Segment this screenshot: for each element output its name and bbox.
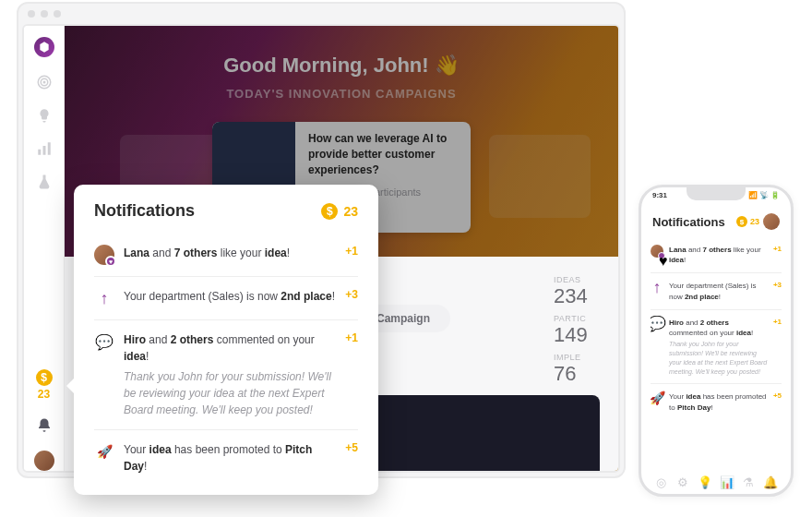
notification-item[interactable]: 🚀Your idea has been promoted to Pitch Da… [651,384,782,419]
phone-avatar[interactable] [763,213,780,230]
points-value: 23 [38,388,50,401]
tab-flask-icon[interactable]: ⚗ [742,475,755,488]
stat-label: IDEAS [554,275,618,284]
phone-tab-bar: ◎ ⚙ 💡 📊 ⚗ 🔔 [641,475,791,488]
chat-icon: 💬 [651,318,663,331]
notification-points: +3 [773,281,782,289]
popup-points: $ 23 [321,203,358,220]
phone-mockup: 9:31 📶 📡 🔋 Notifications $ 23 ♥Lana and … [639,185,794,497]
avatar-like-icon: ♥ [651,245,663,258]
svg-rect-5 [47,142,50,155]
coin-icon: $ [36,369,53,386]
notification-text: Lana and 7 others like your idea! [124,245,336,261]
notification-text: Hiro and 2 others commented on your idea… [124,331,336,418]
stat-value: 149 [554,323,618,347]
stat-value: 234 [554,284,618,308]
avatar-like-icon: ♥ [94,245,114,265]
stat-value: 76 [554,362,618,386]
tab-bell-icon[interactable]: 🔔 [764,475,777,488]
notification-text: Hiro and 2 others commented on your idea… [669,318,768,377]
notification-item[interactable]: 🚀Your idea has been promoted to Pitch Da… [94,430,358,486]
stat-label: IMPLE [554,353,618,362]
phone-points: $ 23 [736,216,759,227]
rocket-icon: 🚀 [94,441,114,462]
notification-points: +1 [345,245,358,258]
phone-time: 9:31 [652,191,667,199]
notification-item[interactable]: ↑Your department (Sales) is now 2nd plac… [94,277,358,320]
phone-points-value: 23 [750,217,759,226]
notification-points: +5 [773,391,782,400]
phone-title: Notifications [652,215,725,229]
notification-text: Your department (Sales) is now 2nd place… [669,281,768,301]
barchart-icon[interactable] [36,140,53,157]
notification-points: +1 [345,331,358,344]
notification-item[interactable]: 💬Hiro and 2 others commented on your ide… [94,320,358,430]
svg-point-2 [43,81,45,83]
target-icon[interactable] [36,74,53,90]
lightbulb-icon[interactable] [36,107,53,124]
tab-bulb-icon[interactable]: 💡 [699,475,711,488]
arrow-up-icon: ↑ [651,281,663,294]
notification-text: Your department (Sales) is now 2nd place… [124,288,336,305]
notification-points: +3 [345,288,358,301]
user-avatar[interactable] [34,451,54,471]
svg-rect-4 [42,146,45,155]
notification-text: Lana and 7 others like your idea! [669,245,768,265]
sidebar: $ 23 [24,26,65,471]
coin-icon: $ [321,203,338,220]
phone-notch [687,187,746,200]
flask-icon[interactable] [36,174,53,190]
svg-rect-3 [38,150,41,155]
notification-item[interactable]: ♥Lana and 7 others like your idea!+1 [94,234,358,277]
chat-icon: 💬 [94,331,114,352]
stat-label: PARTIC [554,314,618,323]
notification-text: Your idea has been promoted to Pitch Day… [124,441,336,475]
window-controls [18,4,624,24]
popup-title: Notifications [94,201,195,221]
popup-points-value: 23 [343,204,358,219]
rocket-icon: 🚀 [651,391,663,404]
notification-item[interactable]: ♥Lana and 7 others like your idea!+1 [651,237,782,273]
tab-gear-icon[interactable]: ⚙ [676,475,689,488]
stats-panel: IDEAS 234 PARTIC 149 IMPLE 76 [554,275,618,391]
phone-status-icons: 📶 📡 🔋 [748,191,780,199]
notification-points: +5 [345,441,358,454]
notification-text: Your idea has been promoted to Pitch Day… [669,391,768,412]
bell-icon[interactable] [36,417,53,434]
app-logo[interactable] [34,37,54,57]
notifications-popup: Notifications $ 23 ♥Lana and 7 others li… [74,185,378,495]
arrow-up-icon: ↑ [94,288,114,308]
coin-icon: $ [736,216,747,227]
tab-target-icon[interactable]: ◎ [655,475,668,488]
notification-item[interactable]: ↑Your department (Sales) is now 2nd plac… [651,273,782,309]
tab-chart-icon[interactable]: 📊 [721,475,734,488]
notification-points: +1 [773,245,782,253]
points-badge[interactable]: $ 23 [36,369,53,401]
notification-item[interactable]: 💬Hiro and 2 others commented on your ide… [651,310,782,385]
notification-points: +1 [773,318,782,326]
